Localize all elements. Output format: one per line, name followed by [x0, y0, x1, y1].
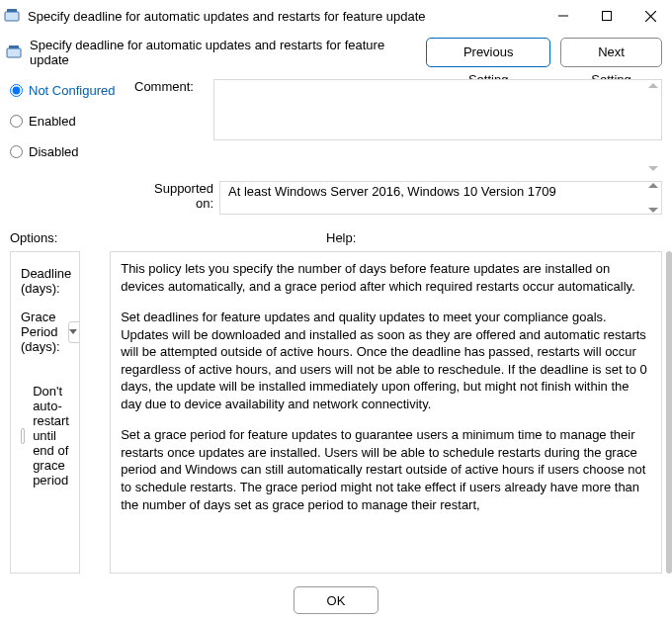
help-paragraph: Set deadlines for feature updates and qu…: [121, 309, 651, 412]
svg-rect-7: [9, 45, 19, 48]
window-controls: [542, 0, 672, 32]
state-disabled-label: Disabled: [29, 144, 79, 159]
policy-icon: [6, 44, 22, 60]
help-paragraph: Set a grace period for feature updates t…: [121, 426, 651, 513]
svg-rect-3: [603, 12, 612, 21]
supported-on-value: At least Windows Server 2016, Windows 10…: [228, 184, 556, 200]
options-heading: Options:: [10, 230, 296, 245]
supported-on-label: Supported on:: [154, 181, 213, 211]
grace-period-label: Grace Period (days):: [21, 310, 60, 354]
state-not-configured[interactable]: Not Configured: [10, 83, 134, 98]
ok-button[interactable]: OK: [294, 586, 378, 614]
auto-restart-checkbox-row[interactable]: Don't auto-restart until end of grace pe…: [21, 384, 69, 488]
comment-textarea[interactable]: [213, 79, 662, 140]
scroll-down-icon: [648, 166, 658, 171]
maximize-button[interactable]: [585, 0, 629, 32]
header-row: Specify deadline for automatic updates a…: [0, 32, 672, 79]
svg-rect-0: [5, 12, 19, 21]
grace-period-select[interactable]: [68, 321, 80, 343]
supported-scroll-arrows: [645, 182, 661, 214]
state-enabled-label: Enabled: [29, 114, 76, 129]
policy-icon: [4, 8, 20, 24]
help-paragraph: This policy lets you specify the number …: [121, 260, 651, 295]
state-enabled-radio[interactable]: [10, 115, 23, 128]
state-not-configured-radio[interactable]: [10, 84, 23, 97]
auto-restart-label: Don't auto-restart until end of grace pe…: [33, 384, 69, 488]
close-button[interactable]: [629, 0, 672, 32]
supported-on-box: At least Windows Server 2016, Windows 10…: [219, 181, 662, 215]
svg-rect-6: [7, 48, 21, 57]
state-disabled[interactable]: Disabled: [10, 144, 134, 159]
scrollbar[interactable]: [666, 251, 672, 574]
chevron-down-icon: [69, 329, 77, 334]
next-setting-button[interactable]: Next Setting: [560, 38, 662, 67]
state-enabled[interactable]: Enabled: [10, 114, 134, 129]
deadline-select[interactable]: [79, 270, 80, 292]
help-heading: Help:: [326, 230, 356, 245]
state-disabled-radio[interactable]: [10, 145, 23, 158]
footer: OK: [0, 578, 672, 622]
scroll-up-icon: [648, 183, 658, 188]
window-titlebar: Specify deadline for automatic updates a…: [0, 0, 672, 32]
scroll-down-icon: [648, 208, 658, 213]
minimize-button[interactable]: [542, 0, 585, 32]
previous-setting-button[interactable]: Previous Setting: [426, 38, 550, 67]
svg-rect-1: [7, 9, 17, 12]
help-panel: This policy lets you specify the number …: [110, 251, 662, 574]
window-title: Specify deadline for automatic updates a…: [28, 9, 542, 24]
comment-scroll-arrows: [646, 81, 660, 173]
policy-name: Specify deadline for automatic updates a…: [30, 38, 416, 67]
auto-restart-checkbox[interactable]: [21, 428, 25, 444]
deadline-label: Deadline (days):: [21, 266, 71, 296]
options-panel: Deadline (days): Grace Period (days): Do…: [10, 251, 80, 574]
state-not-configured-label: Not Configured: [29, 83, 115, 98]
comment-label: Comment:: [134, 79, 194, 94]
scroll-up-icon: [648, 83, 658, 88]
